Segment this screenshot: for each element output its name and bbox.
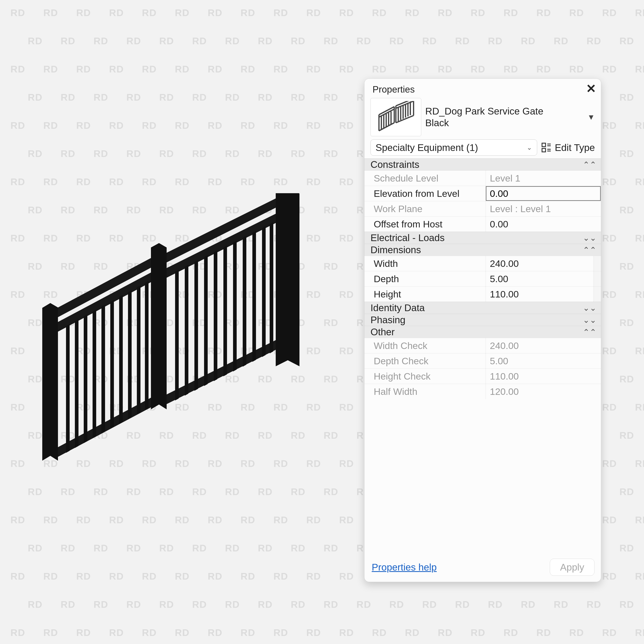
associate-parameter-button[interactable] <box>593 287 601 302</box>
svg-marker-30 <box>223 246 227 376</box>
chevron-down-icon: ⌄ <box>527 144 532 151</box>
property-row[interactable]: Width240.00 <box>364 256 601 271</box>
collapse-icon[interactable]: ⌃⌃ <box>583 160 597 169</box>
associate-parameter-button[interactable] <box>593 271 601 286</box>
collapse-icon[interactable]: ⌃⌃ <box>583 245 597 255</box>
svg-marker-16 <box>75 319 78 448</box>
property-row: Height Check110.00 <box>364 368 601 384</box>
property-label: Height Check <box>364 369 486 384</box>
property-label: Elevation from Level <box>364 186 486 201</box>
edit-type-icon <box>541 142 552 153</box>
expand-icon[interactable]: ⌄⌄ <box>583 303 597 313</box>
property-value: Level 1 <box>486 171 601 186</box>
instance-selector-label: Specialty Equipment (1) <box>376 142 478 153</box>
property-value[interactable]: 5.00 <box>486 271 593 286</box>
svg-marker-7 <box>288 193 299 366</box>
property-label: Height <box>364 287 486 302</box>
svg-marker-15 <box>66 324 70 453</box>
type-dropdown-icon[interactable]: ▼ <box>587 113 595 122</box>
svg-marker-33 <box>252 231 256 362</box>
section-name: Constraints <box>371 159 419 170</box>
property-row: Work PlaneLevel : Level 1 <box>364 201 601 216</box>
property-row[interactable]: Depth5.00 <box>364 271 601 286</box>
instance-selector[interactable]: Specialty Equipment (1) ⌄ <box>371 139 537 156</box>
svg-marker-17 <box>84 314 87 443</box>
section-name: Electrical - Loads <box>371 232 445 243</box>
property-value[interactable]: 240.00 <box>486 256 593 271</box>
section-header[interactable]: Phasing⌄⌄ <box>364 314 601 326</box>
expand-icon[interactable]: ⌄⌄ <box>583 315 597 325</box>
property-row: Depth Check5.00 <box>364 353 601 368</box>
svg-marker-6 <box>276 193 288 366</box>
svg-marker-21 <box>119 295 123 424</box>
panel-title: Properties <box>364 79 601 98</box>
property-value[interactable]: 0.00 <box>486 186 601 201</box>
section-header[interactable]: Identity Data⌄⌄ <box>364 302 601 314</box>
property-row[interactable]: Height110.00 <box>364 286 601 302</box>
family-name: RD_Dog Park Service Gate <box>425 105 543 117</box>
svg-rect-36 <box>542 143 545 147</box>
svg-marker-23 <box>137 285 140 414</box>
property-row[interactable]: Elevation from Level0.00 <box>364 186 601 201</box>
svg-marker-28 <box>204 255 208 386</box>
svg-marker-24 <box>145 281 149 410</box>
property-value: 110.00 <box>486 369 601 384</box>
property-row: Width Check240.00 <box>364 338 601 353</box>
edit-type-button[interactable]: Edit Type <box>541 142 595 153</box>
section-header[interactable]: Electrical - Loads⌄⌄ <box>364 232 601 244</box>
collapse-icon[interactable]: ⌃⌃ <box>583 327 597 337</box>
section-name: Other <box>371 326 395 337</box>
property-value: 120.00 <box>486 384 601 399</box>
property-value: 240.00 <box>486 338 601 353</box>
svg-marker-1 <box>50 303 58 461</box>
property-row[interactable]: Offset from Host0.00 <box>364 216 601 232</box>
svg-marker-19 <box>101 305 105 433</box>
svg-marker-14 <box>167 340 276 404</box>
section-name: Phasing <box>371 314 405 325</box>
property-label: Width Check <box>364 338 486 353</box>
section-name: Identity Data <box>371 302 425 313</box>
property-value[interactable]: 110.00 <box>486 287 593 302</box>
section-header[interactable]: Other⌃⌃ <box>364 326 601 338</box>
svg-rect-37 <box>542 148 545 152</box>
svg-marker-35 <box>270 222 273 353</box>
property-value: 5.00 <box>486 353 601 368</box>
family-type: Black <box>425 117 543 129</box>
property-label: Depth <box>364 271 486 286</box>
svg-marker-4 <box>159 243 167 409</box>
svg-marker-25 <box>175 270 179 400</box>
property-value[interactable]: 0.00 <box>486 217 601 232</box>
section-header[interactable]: Constraints⌃⌃ <box>364 158 601 170</box>
property-row: Half Width120.00 <box>364 384 601 399</box>
properties-panel: Properties ✕ RD_Dog Park Service Gate Bl… <box>364 78 601 582</box>
svg-marker-29 <box>214 250 217 381</box>
edit-type-label: Edit Type <box>555 142 595 153</box>
property-row: Schedule LevelLevel 1 <box>364 170 601 186</box>
svg-marker-0 <box>42 303 50 461</box>
apply-button[interactable]: Apply <box>550 559 594 576</box>
type-thumbnail <box>371 98 421 136</box>
expand-icon[interactable]: ⌄⌄ <box>583 233 597 243</box>
svg-marker-26 <box>185 265 188 396</box>
associate-parameter-button[interactable] <box>593 256 601 271</box>
svg-marker-31 <box>233 241 237 372</box>
type-selector[interactable]: RD_Dog Park Service Gate Black ▼ <box>364 98 601 139</box>
property-label: Schedule Level <box>364 171 486 186</box>
svg-marker-3 <box>151 243 159 409</box>
svg-marker-22 <box>128 290 132 419</box>
model-viewport[interactable] <box>42 193 304 465</box>
section-header[interactable]: Dimensions⌃⌃ <box>364 244 601 256</box>
svg-marker-34 <box>262 226 266 357</box>
properties-help-link[interactable]: Properties help <box>372 562 437 573</box>
property-label: Width <box>364 256 486 271</box>
property-label: Work Plane <box>364 201 486 216</box>
property-label: Half Width <box>364 384 486 399</box>
property-label: Depth Check <box>364 353 486 368</box>
property-value: Level : Level 1 <box>486 201 601 216</box>
section-name: Dimensions <box>371 244 421 255</box>
svg-marker-18 <box>93 310 96 438</box>
close-icon[interactable]: ✕ <box>586 82 596 96</box>
property-label: Offset from Host <box>364 217 486 232</box>
svg-marker-27 <box>194 260 198 391</box>
svg-marker-32 <box>243 236 246 367</box>
